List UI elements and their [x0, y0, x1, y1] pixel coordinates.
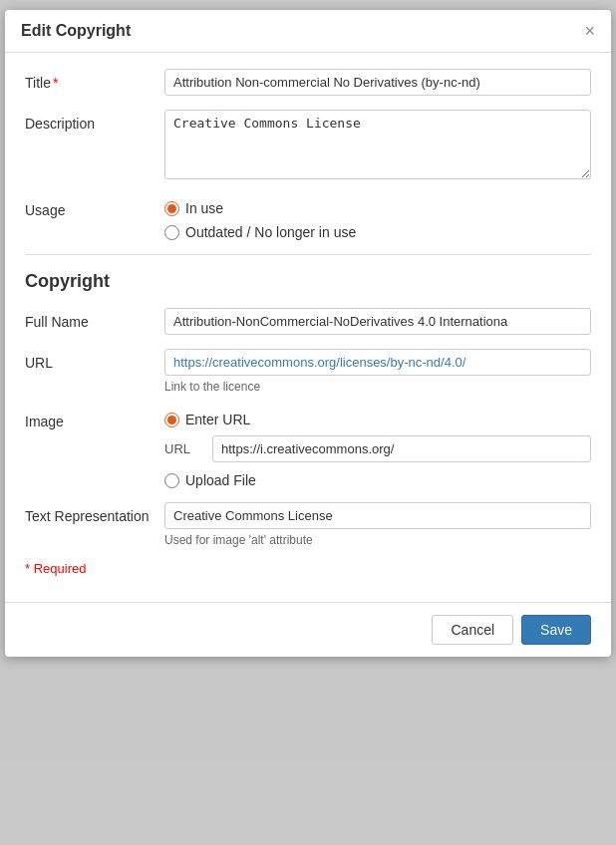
- usage-option-in-use[interactable]: In use: [164, 200, 591, 216]
- modal-footer: Cancel Save: [5, 602, 611, 657]
- required-star-note: *: [25, 561, 34, 576]
- text-rep-hint: Used for image 'alt' attribute: [164, 533, 591, 547]
- text-rep-field-wrapper: Used for image 'alt' attribute: [164, 502, 591, 547]
- modal-header: Edit Copyright ×: [5, 10, 611, 53]
- url-hint: Link to the licence: [164, 380, 591, 394]
- description-row: Description Creative Commons License: [25, 110, 591, 182]
- fullname-input[interactable]: [164, 308, 591, 335]
- url-label: URL: [25, 349, 164, 371]
- url-row: URL Link to the licence: [25, 349, 591, 394]
- usage-radio-in-use[interactable]: [164, 201, 179, 216]
- image-radio-upload-file[interactable]: [164, 473, 179, 488]
- fullname-label: Full Name: [25, 308, 164, 330]
- image-upload-file-label: Upload File: [185, 472, 256, 488]
- image-url-sublabel: URL: [164, 441, 204, 456]
- text-rep-input[interactable]: [164, 502, 591, 529]
- fullname-field-wrapper: [164, 308, 591, 335]
- copyright-section-title: Copyright: [25, 271, 591, 292]
- close-button[interactable]: ×: [584, 22, 595, 40]
- cancel-button[interactable]: Cancel: [432, 615, 513, 645]
- fullname-row: Full Name: [25, 308, 591, 335]
- usage-option-outdated[interactable]: Outdated / No longer in use: [164, 224, 591, 240]
- required-star: *: [53, 75, 58, 91]
- text-rep-label: Text Representation: [25, 502, 164, 524]
- save-button[interactable]: Save: [521, 615, 591, 645]
- image-label: Image: [25, 408, 164, 429]
- usage-options: In use Outdated / No longer in use: [164, 196, 591, 240]
- usage-in-use-label: In use: [185, 200, 223, 216]
- url-field-wrapper: Link to the licence: [164, 349, 591, 394]
- title-input[interactable]: [164, 69, 591, 96]
- image-url-sub-row: URL: [164, 435, 591, 462]
- image-radio-enter-url[interactable]: [164, 413, 179, 427]
- image-option-upload-file[interactable]: Upload File: [164, 472, 591, 488]
- required-note: * Required: [25, 561, 591, 576]
- image-row: Image Enter URL URL Upload F: [25, 408, 591, 488]
- usage-radio-outdated[interactable]: [164, 225, 179, 240]
- usage-outdated-label: Outdated / No longer in use: [185, 224, 356, 240]
- section-divider: [25, 254, 591, 255]
- title-field-wrapper: [164, 69, 591, 96]
- image-url-input[interactable]: [212, 435, 591, 462]
- modal-body: Title* Description Creative Commons Lice…: [5, 53, 611, 592]
- usage-label: Usage: [25, 196, 164, 218]
- title-row: Title*: [25, 69, 591, 96]
- image-enter-url-label: Enter URL: [185, 412, 250, 427]
- description-field-wrapper: Creative Commons License: [164, 110, 591, 182]
- usage-row: Usage In use Outdated / No longer in use: [25, 196, 591, 240]
- image-control: Enter URL URL Upload File: [164, 408, 591, 488]
- modal-title: Edit Copyright: [21, 22, 131, 40]
- description-input[interactable]: Creative Commons License: [164, 110, 591, 179]
- title-label: Title*: [25, 69, 164, 91]
- image-option-enter-url[interactable]: Enter URL: [164, 412, 591, 427]
- url-input[interactable]: [164, 349, 591, 376]
- edit-copyright-modal: Edit Copyright × Title* Description Crea…: [5, 10, 611, 657]
- text-rep-row: Text Representation Used for image 'alt'…: [25, 502, 591, 547]
- description-label: Description: [25, 110, 164, 132]
